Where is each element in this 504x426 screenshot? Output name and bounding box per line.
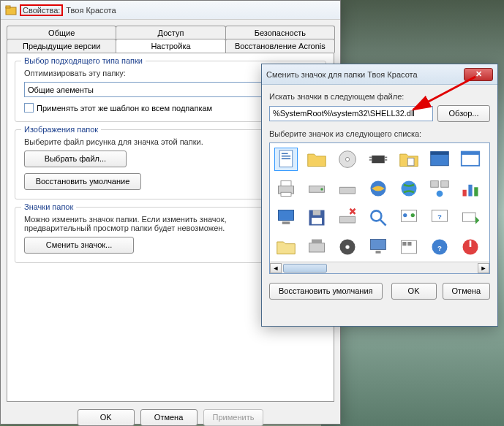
svg-rect-54: [376, 251, 381, 254]
icon-item-disc[interactable]: [336, 148, 359, 171]
cancel-button[interactable]: Отмена: [443, 283, 490, 300]
tab-security[interactable]: Безопасность: [225, 26, 335, 39]
icon-item-folder-open[interactable]: [274, 235, 298, 259]
svg-rect-49: [309, 243, 325, 252]
icon-item-chip[interactable]: [366, 148, 390, 171]
svg-rect-14: [385, 157, 388, 159]
svg-rect-11: [372, 156, 385, 164]
svg-rect-12: [369, 157, 372, 159]
svg-rect-53: [371, 240, 386, 250]
svg-rect-35: [279, 210, 294, 221]
select-label: Выберите значок из следующего списка:: [269, 129, 490, 138]
title-text: Сменить значок для папки Твоя Красота: [266, 70, 418, 79]
change-icon-window: Сменить значок для папки Твоя Красота ✕ …: [261, 64, 498, 327]
change-icon-button[interactable]: Сменить значок...: [24, 237, 134, 254]
icon-item-document[interactable]: [274, 148, 298, 171]
icon-item-drive[interactable]: [336, 177, 359, 200]
tab-acronis[interactable]: Восстановление Acronis: [225, 39, 335, 53]
tab-previous-versions[interactable]: Предыдущие версии: [7, 39, 116, 53]
icon-item-shutdown[interactable]: [459, 235, 482, 259]
cancel-button[interactable]: Отмена: [140, 409, 198, 426]
titlebar[interactable]: Свойства: Твоя Красота: [1, 1, 340, 20]
svg-rect-7: [282, 156, 290, 157]
icon-item-folder[interactable]: [305, 148, 328, 171]
icon-item-drive-net[interactable]: [305, 177, 328, 200]
svg-rect-50: [312, 240, 322, 243]
svg-rect-38: [313, 210, 321, 216]
scroll-left-button[interactable]: ◄: [270, 263, 282, 273]
icon-item-drive-x[interactable]: [336, 206, 359, 229]
svg-rect-30: [441, 181, 449, 188]
svg-rect-1: [6, 6, 10, 8]
icon-item-help[interactable]: ?: [428, 235, 451, 259]
restore-defaults-button[interactable]: Восстановить умолчания: [269, 283, 383, 300]
title-highlight: Свойства:: [20, 4, 63, 16]
tab-general[interactable]: Общие: [7, 26, 116, 39]
scroll-right-button[interactable]: ►: [478, 263, 489, 273]
group-title: Значки папок: [21, 202, 76, 211]
svg-rect-33: [468, 185, 472, 197]
svg-rect-15: [385, 159, 388, 161]
icon-item-panel[interactable]: [397, 235, 421, 259]
svg-point-44: [403, 213, 407, 217]
folder-icon: [5, 4, 17, 16]
icon-item-monitor[interactable]: [366, 235, 390, 259]
svg-point-10: [345, 157, 349, 161]
combo-value: Общие элементы: [28, 85, 94, 94]
icon-item-search[interactable]: [366, 206, 390, 229]
apply-subfolders-label: Применять этот же шаблон ко всем подпапк…: [37, 104, 212, 113]
icon-path-input[interactable]: %SystemRoot%\system32\SHELL32.dll: [269, 106, 433, 121]
svg-point-45: [411, 213, 415, 217]
icon-item-cd[interactable]: [336, 235, 359, 259]
svg-point-25: [320, 188, 323, 191]
browse-button[interactable]: Обзор...: [437, 105, 490, 122]
svg-rect-22: [281, 181, 291, 186]
choose-file-button[interactable]: Выбрать файл...: [24, 151, 127, 167]
svg-rect-34: [474, 187, 478, 196]
icon-item-hardware[interactable]: [305, 235, 328, 259]
horizontal-scrollbar[interactable]: ◄ ►: [270, 262, 489, 273]
icon-item-window-blue[interactable]: [428, 148, 451, 171]
close-icon: ✕: [475, 69, 482, 79]
svg-rect-6: [282, 153, 288, 154]
svg-text:?: ?: [437, 213, 442, 221]
icon-item-ie[interactable]: [366, 177, 390, 200]
apply-subfolders-checkbox[interactable]: [24, 103, 34, 113]
icon-item-floppy[interactable]: [305, 206, 328, 229]
svg-rect-18: [431, 152, 449, 155]
icon-list[interactable]: ? ? ◄ ►: [269, 142, 490, 274]
icon-item-chart[interactable]: [459, 177, 482, 200]
svg-rect-48: [463, 213, 476, 221]
group-title: Изображения папок: [21, 125, 101, 134]
svg-text:?: ?: [437, 244, 442, 252]
svg-point-52: [345, 245, 349, 248]
title-name: Твоя Красота: [66, 6, 116, 15]
restore-default-button[interactable]: Восстановить умолчание: [24, 173, 141, 190]
svg-line-42: [380, 220, 386, 226]
ok-button[interactable]: OK: [78, 409, 135, 426]
svg-rect-56: [402, 242, 406, 246]
svg-rect-39: [312, 218, 322, 224]
icon-item-globe[interactable]: [397, 177, 421, 200]
scrollbar-thumb[interactable]: [283, 264, 327, 273]
close-button[interactable]: ✕: [464, 68, 493, 81]
icon-item-help-alt[interactable]: ?: [428, 206, 451, 229]
tab-customize[interactable]: Настройка: [116, 39, 225, 53]
icon-item-computer[interactable]: [274, 206, 298, 229]
svg-point-28: [402, 181, 417, 197]
icon-item-folder-doc[interactable]: [397, 148, 421, 171]
icon-item-settings[interactable]: [397, 206, 421, 229]
icon-item-network[interactable]: [428, 177, 451, 200]
svg-point-41: [371, 210, 381, 221]
svg-rect-57: [407, 242, 411, 246]
icons-desc: Можно изменить значок папки. Если измени…: [24, 215, 229, 232]
ok-button[interactable]: OK: [391, 283, 437, 300]
svg-point-31: [437, 191, 443, 197]
tab-sharing[interactable]: Доступ: [116, 26, 225, 39]
titlebar[interactable]: Сменить значок для папки Твоя Красота ✕: [262, 64, 497, 85]
icon-item-window[interactable]: [459, 148, 482, 171]
icon-item-run[interactable]: [459, 206, 482, 229]
apply-button: Применить: [203, 409, 264, 426]
svg-rect-29: [431, 181, 439, 188]
icon-item-printer[interactable]: [274, 177, 298, 200]
